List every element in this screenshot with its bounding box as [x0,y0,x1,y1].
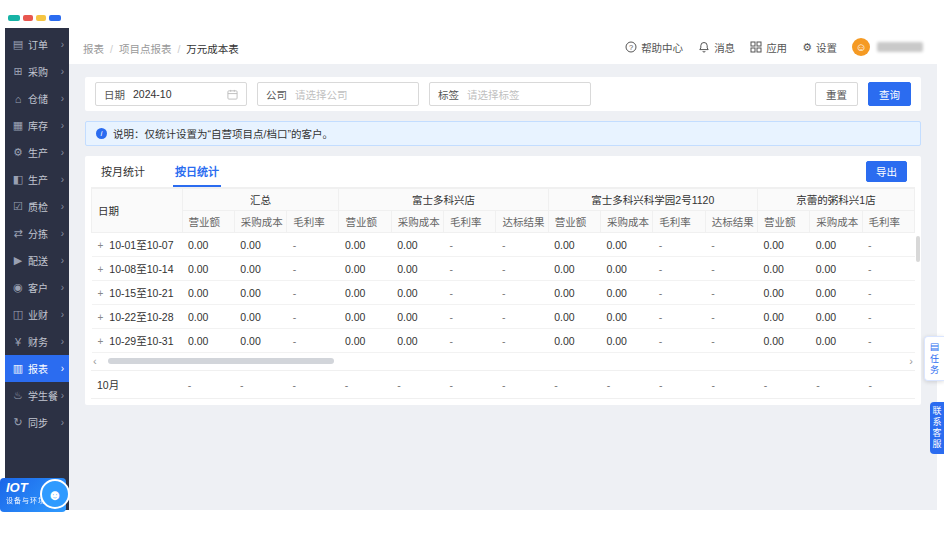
avatar[interactable]: ☺ [852,38,870,56]
summary-row: 10月-------------- [91,371,915,399]
breadcrumb-separator: / [110,43,113,55]
breadcrumb-item[interactable]: 报表 [83,41,104,56]
column-group-header: 汇总 [182,189,339,211]
column-header: 采购成本 [810,211,862,233]
summary-value-cell: - [496,371,548,399]
horizontal-scrollbar-thumb[interactable] [108,358,334,364]
value-cell: 0.00 [601,257,653,281]
value-cell: 0.00 [810,257,862,281]
production-icon: ⚙ [12,146,24,159]
value-cell: 0.00 [548,329,600,353]
chevron-right-icon: › [61,120,64,131]
sidebar-item-同步[interactable]: ↻同步› [5,409,69,436]
sidebar-item-分拣[interactable]: ⇄分拣› [5,220,69,247]
sidebar-item-生产[interactable]: ⚙生产› [5,139,69,166]
table-row[interactable]: +10-15至10-210.000.00-0.000.00--0.000.00-… [92,281,915,305]
topbar: 报表/项目点报表/万元成本表 ? 帮助中心 消息 应用 ⚙ 设置 [69,8,937,64]
tag-filter-select[interactable]: 标签 请选择标签 [429,82,591,106]
value-cell: 0.00 [601,233,653,257]
sidebar-item-label: 报表 [28,361,61,376]
value-cell: - [862,257,914,281]
value-cell: 0.00 [234,233,286,257]
sidebar-item-配送[interactable]: ▶配送› [5,247,69,274]
gear-icon: ⚙ [802,42,812,53]
messages-button[interactable]: 消息 [698,40,735,55]
value-cell: - [444,257,496,281]
content-area: 日期 2024-10 公司 请选择公司 标签 请选择标签 重置 查询 i 说 [69,64,937,510]
sidebar-item-学生餐[interactable]: ♨学生餐› [5,382,69,409]
user-name-redacted [877,42,923,52]
value-cell: 0.00 [810,233,862,257]
vertical-scrollbar[interactable] [916,236,920,262]
row-date-cell: +10-15至10-21 [92,281,183,305]
search-button[interactable]: 查询 [868,82,911,106]
column-header: 营业额 [339,211,391,233]
sidebar-item-订单[interactable]: ▤订单› [5,31,69,58]
column-header: 达标结果 [705,211,757,233]
sidebar-item-报表[interactable]: ▥报表› [5,355,69,382]
row-date-label: 10-01至10-07 [109,239,173,251]
sidebar-item-label: 财务 [28,334,61,349]
tab-daily-stats[interactable]: 按日统计 [173,156,221,187]
sidebar-item-label: 订单 [28,37,61,52]
expand-icon[interactable]: + [98,312,104,323]
expand-icon[interactable]: + [98,288,104,299]
value-cell: - [444,329,496,353]
scroll-left-icon[interactable]: ‹ [93,356,97,367]
tag-filter-label: 标签 [438,87,459,102]
reset-button[interactable]: 重置 [815,82,858,106]
biz-finance-icon: ◫ [12,308,24,321]
sidebar-item-生产[interactable]: ◧生产› [5,166,69,193]
sidebar-item-业财[interactable]: ◫业财› [5,301,69,328]
expand-icon[interactable]: + [98,336,104,347]
column-header: 毛利率 [444,211,496,233]
apps-button[interactable]: 应用 [750,40,787,55]
company-filter-select[interactable]: 公司 请选择公司 [257,82,419,106]
expand-icon[interactable]: + [98,264,104,275]
value-cell: - [444,305,496,329]
value-cell: - [862,329,914,353]
sidebar-item-label: 业财 [28,307,61,322]
summary-value-cell: - [810,371,862,399]
value-cell: 0.00 [339,281,391,305]
date-filter-input[interactable]: 日期 2024-10 [95,82,247,106]
settings-button[interactable]: ⚙ 设置 [802,40,837,55]
app-logo [5,8,69,28]
chevron-right-icon: › [61,93,64,104]
sidebar-item-质检[interactable]: ☑质检› [5,193,69,220]
table-row[interactable]: +10-22至10-280.000.00-0.000.00--0.000.00-… [92,305,915,329]
apps-label: 应用 [766,40,787,55]
chevron-right-icon: › [61,417,64,428]
expand-icon[interactable]: + [98,240,104,251]
summary-value-cell: - [286,371,338,399]
value-cell: 0.00 [182,257,234,281]
horizontal-scrollbar[interactable] [100,358,907,364]
sidebar-item-库存[interactable]: ▦库存› [5,112,69,139]
task-panel-button[interactable]: ▤ 任务 [924,336,944,381]
value-cell: - [496,305,548,329]
purchase-icon: ⊞ [12,65,24,78]
column-header: 毛利率 [287,211,339,233]
table-row[interactable]: +10-29至10-310.000.00-0.000.00--0.000.00-… [92,329,915,353]
value-cell: - [653,281,705,305]
help-center-button[interactable]: ? 帮助中心 [625,40,683,55]
sidebar-item-客户[interactable]: ◉客户› [5,274,69,301]
contact-service-button[interactable]: 联系客服 [930,402,944,454]
table-row[interactable]: +10-01至10-070.000.00-0.000.00--0.000.00-… [92,233,915,257]
summary-value-cell: - [444,371,496,399]
settings-label: 设置 [816,40,837,55]
sidebar-item-财务[interactable]: ¥财务› [5,328,69,355]
sidebar-item-仓储[interactable]: ⌂仓储› [5,85,69,112]
scroll-right-icon[interactable]: › [909,356,913,367]
column-header: 营业额 [757,211,809,233]
tab-monthly-stats[interactable]: 按月统计 [99,156,147,187]
value-cell: 0.00 [234,329,286,353]
value-cell: 0.00 [548,257,600,281]
value-cell: 0.00 [601,305,653,329]
column-group-header: 京蕾的粥科兴1店 [757,189,914,211]
sidebar-item-采购[interactable]: ⊞采购› [5,58,69,85]
breadcrumb-item[interactable]: 项目点报表 [119,41,172,56]
export-button[interactable]: 导出 [866,161,907,182]
breadcrumb: 报表/项目点报表/万元成本表 [83,41,239,56]
table-row[interactable]: +10-08至10-140.000.00-0.000.00--0.000.00-… [92,257,915,281]
